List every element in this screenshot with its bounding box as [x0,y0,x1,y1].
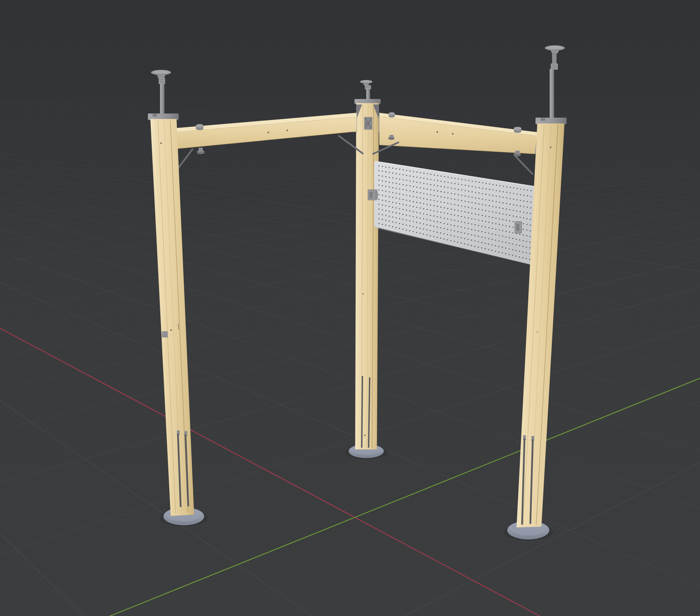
pegboard-hole [440,207,441,208]
pegboard-hole [496,212,497,213]
pegboard-hole [471,234,472,235]
pegboard-hole [481,220,482,221]
pegboard-hole [437,180,438,181]
pegboard-hole [478,225,479,226]
pegboard-hole [498,240,499,241]
pegboard-hole [495,223,496,224]
pegboard-hole [402,214,403,215]
pegboard-hole [430,205,431,206]
pegboard-hole [523,212,524,213]
pegboard-hole [458,210,459,211]
pegboard-hole [499,207,500,208]
pin-cap-top [514,127,521,130]
pegboard-hole [402,194,403,195]
pegboard-hole [520,217,521,218]
pegboard-hole [416,212,417,213]
pegboard-hole [519,234,520,235]
bolt-hole [364,435,366,436]
pegboard-hole [502,202,503,203]
pegboard-hole [444,187,445,188]
pegboard-hole [451,214,452,215]
pegboard-hole [468,180,469,181]
bolt-hole [268,132,269,133]
pegboard-hole [492,200,493,201]
pegboard-hole [423,173,424,174]
velcro-pad [162,331,168,337]
pegboard-hole [489,189,490,190]
pegboard-hole [382,190,383,191]
pegboard-hole [392,187,393,188]
pegboard-hole [378,223,379,224]
pegboard-hole [433,210,434,211]
pegboard-hole [416,197,417,198]
pegboard-hole [516,210,517,211]
pegboard-hole [509,254,510,255]
pegboard-hole [413,191,414,192]
rod-top-disc-face [362,80,370,82]
pegboard-hole [478,220,479,221]
leveling-rod-middle[interactable] [366,89,370,101]
pegboard-hole [478,241,479,242]
pegboard-hole [485,232,486,233]
panel-clip-slot [516,224,519,231]
pegboard-hole [423,178,424,179]
pegboard-hole [506,192,507,193]
pegboard-hole [410,170,411,171]
pegboard-hole [516,250,517,251]
pegboard-hole [461,205,462,206]
pegboard-hole [437,227,438,228]
pegboard-hole [399,198,400,199]
pegboard-hole [382,195,383,196]
pegboard-hole [420,222,421,223]
pegboard-hole [406,170,407,171]
pegboard-hole [433,236,434,237]
pegboard-hole [396,227,397,228]
pegboard-hole [402,184,403,185]
pegboard-hole [413,186,414,187]
pegboard-hole [510,187,511,188]
pegboard-hole [409,215,410,216]
bolt-hole [170,329,172,331]
pegboard-hole [468,201,469,202]
pegboard-hole [478,236,479,237]
pegboard-hole [399,169,400,170]
pegboard-hole [389,225,390,226]
pegboard-hole [485,237,486,238]
viewport-canvas[interactable] [0,0,700,616]
pegboard-hole [444,207,445,208]
slat-seam-break [178,324,179,329]
pegboard-hole [427,189,428,190]
pegboard-hole [409,200,410,201]
pegboard-hole [464,233,465,234]
pegboard-hole [382,166,383,167]
pegboard-hole [437,196,438,197]
pegboard-hole [389,196,390,197]
pegboard-hole [399,188,400,189]
pegboard-hole [488,232,489,234]
pegboard-hole [382,171,383,172]
pegboard-hole [440,227,441,228]
pegboard-hole [413,176,414,177]
rod-collar [551,63,558,70]
pegboard-hole [499,202,500,203]
pegboard-hole [530,230,531,231]
pegboard-hole [523,217,524,218]
pegboard-hole [385,176,386,177]
pegboard-hole [502,247,503,248]
pegboard-hole [437,175,438,176]
pegboard-hole [512,244,513,245]
pegboard-hole [479,187,480,188]
pegboard-hole [389,220,390,221]
pegboard-hole [482,182,483,183]
pegboard-hole [451,209,452,210]
pegboard-hole [484,248,486,249]
pegboard-hole [413,231,414,232]
pegboard-hole [499,191,500,192]
pegboard-hole [430,199,431,200]
pegboard-hole [461,232,462,233]
blender-3d-viewport[interactable] [0,0,700,616]
pegboard-hole [506,209,507,210]
pegboard-hole [512,238,513,239]
pegboard-hole [465,185,466,186]
pegboard-hole [472,181,473,182]
